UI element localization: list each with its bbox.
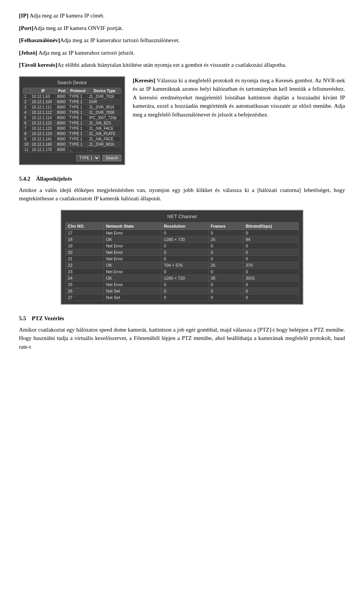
- device-cell: 10.12.1.124: [31, 131, 56, 136]
- nc-col-frames: Frames: [208, 222, 243, 230]
- net-channel-cell: 0: [162, 255, 208, 262]
- device-cell: 8: [23, 131, 31, 136]
- device-cell: 10: [23, 142, 31, 147]
- net-channel-row: 17Net Error000: [66, 230, 299, 236]
- device-cell: ZL_IVA_FACE: [88, 136, 121, 142]
- device-cell: TYPE 1: [68, 131, 88, 136]
- net-channel-cell: 0: [162, 268, 208, 275]
- net-channel-cell: 0: [243, 281, 298, 288]
- net-channel-cell: 0: [208, 288, 243, 294]
- device-table-row: 1110.12.1.1708000......: [23, 147, 121, 152]
- nc-col-bitrate: Bitrate(Kbps): [243, 222, 298, 230]
- ip-label: [IP]: [19, 13, 28, 19]
- net-channel-cell: 0: [208, 255, 243, 262]
- net-channel-cell: 0: [208, 242, 243, 249]
- net-channel-cell: 27: [66, 294, 104, 300]
- username-text: Adja meg az IP kamerahoz tartozó felhasz…: [60, 37, 180, 43]
- net-channel-cell: 26: [66, 288, 104, 294]
- section-542-paragraph: Amikor a valós idejű élőképes megjelenít…: [19, 186, 345, 203]
- port-paragraph: [Port]Adja meg az IP kamera ONVIF portjá…: [19, 24, 345, 33]
- device-cell: 10.12.1.114: [31, 115, 56, 120]
- device-cell: 8000: [56, 104, 68, 110]
- net-channel-cell: OK: [104, 275, 162, 281]
- col-devtype: Device Type: [88, 88, 121, 94]
- device-cell: 2: [23, 99, 31, 104]
- net-channel-row: 23Net Error000: [66, 268, 299, 275]
- device-cell: 10.12.1.111: [31, 104, 56, 110]
- net-channel-cell: OK: [104, 262, 162, 268]
- device-cell: 8000: [56, 94, 68, 99]
- dialog-bottom-bar: TYPE 1 Search: [23, 155, 121, 161]
- device-cell: 8000: [56, 99, 68, 104]
- device-table-row: 910.12.1.1418000TYPE 1ZL_IVA_FACE: [23, 136, 121, 142]
- net-channel-row: 20Net Error000: [66, 249, 299, 255]
- device-table-row: 310.12.1.1118000TYPE 1ZL_DVR_9016: [23, 104, 121, 110]
- device-cell: TYPE 1: [68, 110, 88, 115]
- net-channel-cell: 0: [243, 230, 298, 236]
- net-channel-cell: 3031: [243, 275, 298, 281]
- device-cell: 8000: [56, 131, 68, 136]
- keresés-text: Válassza ki a megfelelő protokolt és nyo…: [133, 77, 345, 118]
- net-channel-cell: Net Error: [104, 281, 162, 288]
- net-channel-row: 25Net Error000: [66, 281, 299, 288]
- device-cell: 8000: [56, 136, 68, 142]
- device-table-row: 110.12.1.638000TYPE 1ZL_DVR_7016: [23, 94, 121, 99]
- net-channel-cell: 20: [66, 249, 104, 255]
- device-cell: DVR: [88, 99, 121, 104]
- net-channel-cell: 94: [243, 236, 298, 242]
- net-channel-cell: OK: [104, 236, 162, 242]
- username-label: [Felhasználónév]: [19, 37, 60, 43]
- device-table-row: 710.12.1.1238000TYPE 1ZL_IVA_FACE: [23, 126, 121, 131]
- device-cell: TYPE 1: [68, 94, 88, 99]
- net-channel-cell: 0: [243, 249, 298, 255]
- device-cell: ...: [68, 147, 88, 152]
- password-paragraph: [Jelszó] Adja meg az IP kamerahoz tartoz…: [19, 49, 345, 57]
- net-channel-cell: Net Error: [104, 242, 162, 249]
- net-channel-cell: Net Error: [104, 255, 162, 262]
- password-label: [Jelszó]: [19, 50, 37, 56]
- net-channel-cell: 0: [243, 242, 298, 249]
- ip-text: Adja meg az IP kamera IP címét.: [28, 13, 105, 19]
- net-channel-row: 18OK1280 × 7202594: [66, 236, 299, 242]
- col-ip: IP: [31, 88, 56, 94]
- device-table-row: 410.12.1.1128000TYPE 1ZL_DVR_7008: [23, 110, 121, 115]
- net-channel-wrapper: NET Channel Chn NO. Network State Resolu…: [61, 210, 303, 305]
- col-num: [23, 88, 31, 94]
- net-channel-cell: 0: [162, 249, 208, 255]
- net-channel-cell: 0: [162, 281, 208, 288]
- net-channel-cell: 704 × 576: [162, 262, 208, 268]
- net-channel-cell: 1280 × 720: [162, 236, 208, 242]
- col-port: Port: [56, 88, 68, 94]
- section-55-heading: 5.5 PTZ Vezérlés: [19, 315, 345, 322]
- net-channel-cell: 0: [208, 294, 243, 300]
- net-channel-cell: Not Set: [104, 288, 162, 294]
- device-cell: TYPE 1: [68, 136, 88, 142]
- protocol-dropdown[interactable]: TYPE 1: [76, 155, 100, 161]
- net-channel-cell: 25: [66, 281, 104, 288]
- search-device-dialog: Search Device IP Port Protocol Device Ty…: [19, 76, 125, 165]
- net-channel-cell: 25: [208, 262, 243, 268]
- section-542-heading: 5.4.2 Állapotkijelzés: [19, 176, 345, 182]
- password-text: Adja meg az IP kamerahoz tartozó jelszót…: [37, 50, 135, 56]
- net-channel-cell: 0: [243, 268, 298, 275]
- device-cell: 9: [23, 136, 31, 142]
- device-cell: 7: [23, 126, 31, 131]
- device-table-row: 210.12.1.1048000TYPE 1DVR: [23, 99, 121, 104]
- device-cell: 3: [23, 104, 31, 110]
- nc-col-res: Resolution: [162, 222, 208, 230]
- device-cell: 8000: [56, 142, 68, 147]
- net-channel-cell: 0: [162, 242, 208, 249]
- device-cell: ZL_DVR_9016: [88, 104, 121, 110]
- device-cell: 4: [23, 110, 31, 115]
- device-cell: 8000: [56, 115, 68, 120]
- net-channel-cell: 24: [66, 275, 104, 281]
- net-channel-cell: Net Error: [104, 249, 162, 255]
- device-cell: ZL_DVR_9016: [88, 142, 121, 147]
- device-cell: 10.12.1.123: [31, 126, 56, 131]
- net-channel-cell: 0: [243, 288, 298, 294]
- search-button[interactable]: Search: [102, 155, 121, 161]
- net-channel-cell: 0: [243, 255, 298, 262]
- net-channel-cell: 0: [162, 288, 208, 294]
- device-cell: TYPE 1: [68, 120, 88, 126]
- device-cell: 8000: [56, 147, 68, 152]
